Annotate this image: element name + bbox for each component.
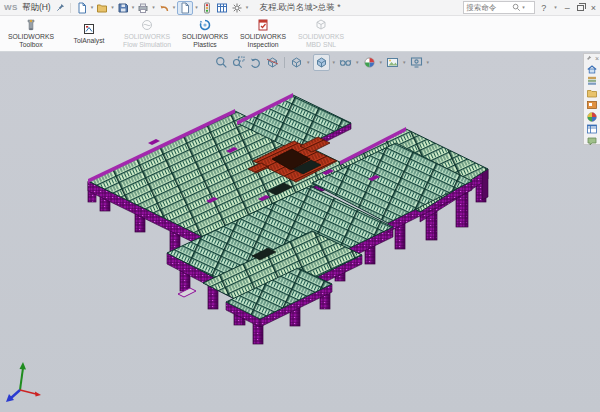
options-gear-icon[interactable] [230,2,244,14]
tolanalyst-icon [82,22,96,36]
dropdown-caret-icon[interactable]: ▾ [246,5,249,10]
addins-toolbar: SOLIDWORKS Toolbox TolAnalyst SOLIDWORKS… [0,16,600,52]
appearances-scenes-decals-icon[interactable] [586,111,599,122]
triad-z-axis [6,390,20,402]
save-icon[interactable] [116,2,130,14]
addin-mbd-snl: SOLIDWORKS MBD SNL [292,16,350,51]
new-document-icon[interactable] [75,2,89,14]
mbd-icon [314,18,328,32]
dropdown-caret-icon[interactable]: ▾ [91,5,94,10]
close-button[interactable]: × [591,3,596,13]
solidworks-forum-icon[interactable] [586,135,599,146]
dropdown-caret-icon[interactable]: ▾ [554,5,557,10]
addin-label: SOLIDWORKS Inspection [234,33,292,49]
addin-plastics[interactable]: SOLIDWORKS Plastics [176,16,234,51]
file-explorer-icon[interactable] [586,87,599,98]
view-orientation-icon[interactable] [289,55,304,70]
section-view-icon[interactable] [265,55,280,70]
zoom-to-area-icon[interactable] [231,55,246,70]
addin-label: SOLIDWORKS Toolbox [2,33,60,49]
graphics-viewport[interactable]: ▾ ▾ ▾ ▾ ▾ ▾ × [0,52,600,412]
triad-y-axis [20,362,27,390]
traffic-light-icon[interactable] [200,2,214,14]
dropdown-caret-icon[interactable]: ▾ [173,5,176,10]
design-library-icon[interactable] [586,75,599,86]
quick-access-toolbar: ▾ ▾ ▾ ▾ ▾ ▾ ▾ [75,1,250,15]
addin-label: SOLIDWORKS MBD SNL [292,33,350,49]
addin-label: SOLIDWORKS Plastics [176,33,234,49]
pin-icon[interactable] [55,3,66,12]
search-input[interactable] [466,3,512,12]
dropdown-caret-icon[interactable]: ▾ [307,60,310,65]
addin-inspection[interactable]: SOLIDWORKS Inspection [234,16,292,51]
display-style-icon[interactable] [313,54,330,71]
dropdown-caret-icon[interactable]: ▾ [195,5,198,10]
menu-help[interactable]: 帮助(H) [22,2,51,14]
solidworks-resources-icon[interactable] [586,63,599,74]
inspection-icon [256,18,270,32]
title-bar: WS 帮助(H) ▾ ▾ ▾ ▾ ▾ ▾ ▾ 友程.欧尚 [0,0,600,16]
task-pane-strip: × [583,53,600,145]
taskpane-pin-icon[interactable] [585,55,592,62]
custom-properties-icon[interactable] [586,123,599,134]
dropdown-caret-icon[interactable]: ▾ [152,5,155,10]
taskpane-close-icon[interactable]: × [595,55,599,62]
minimize-button[interactable]: – [565,3,570,13]
view-settings-icon[interactable] [409,55,424,70]
help-button[interactable]: ? [541,3,546,13]
dropdown-caret-icon[interactable]: ▾ [380,60,383,65]
title-bar-right: ▾ ? ▾ – × [463,1,596,14]
dropdown-caret-icon[interactable]: ▾ [522,5,525,10]
dropdown-caret-icon[interactable]: ▾ [132,5,135,10]
dropdown-caret-icon[interactable]: ▾ [111,5,114,10]
addin-flow-simulation: SOLIDWORKS Flow Simulation [118,16,176,51]
view-palette-icon[interactable] [586,99,599,110]
dropdown-caret-icon[interactable]: ▾ [427,60,430,65]
addin-label: TolAnalyst [74,37,105,45]
table-icon[interactable] [215,2,229,14]
reference-triad [2,358,52,406]
dropdown-caret-icon[interactable]: ▾ [403,60,406,65]
undo-icon[interactable] [157,2,171,14]
print-icon[interactable] [136,2,150,14]
task-pane-header: × [585,55,599,62]
addin-tolanalyst[interactable]: TolAnalyst [60,16,118,51]
model-3d-view[interactable] [0,52,600,412]
dropdown-caret-icon[interactable]: ▾ [356,60,359,65]
toolbar-separator [284,57,285,68]
zoom-to-fit-icon[interactable] [214,55,229,70]
slab-panels [88,95,488,319]
search-icon[interactable] [512,3,521,12]
headsup-view-toolbar: ▾ ▾ ▾ ▾ ▾ ▾ [214,54,430,71]
triad-x-axis [20,390,41,397]
open-icon[interactable] [95,2,109,14]
search-box: ▾ [463,1,535,14]
addin-label: SOLIDWORKS Flow Simulation [118,33,176,49]
edit-appearance-icon[interactable] [362,55,377,70]
apply-scene-icon[interactable] [385,55,400,70]
dropdown-caret-icon[interactable]: ▾ [333,60,336,65]
toolbox-icon [24,18,38,32]
toolbar-separator [70,3,71,13]
restore-button[interactable] [577,5,584,11]
solidworks-logo-fragment: WS [4,3,18,12]
previous-view-icon[interactable] [248,55,263,70]
active-document-icon[interactable] [177,1,193,15]
plastics-icon [198,18,212,32]
window-controls: ? ▾ – × [541,3,596,13]
hide-show-items-icon[interactable] [338,55,353,70]
flow-simulation-icon [140,18,154,32]
addin-solidworks-toolbox[interactable]: SOLIDWORKS Toolbox [2,16,60,51]
